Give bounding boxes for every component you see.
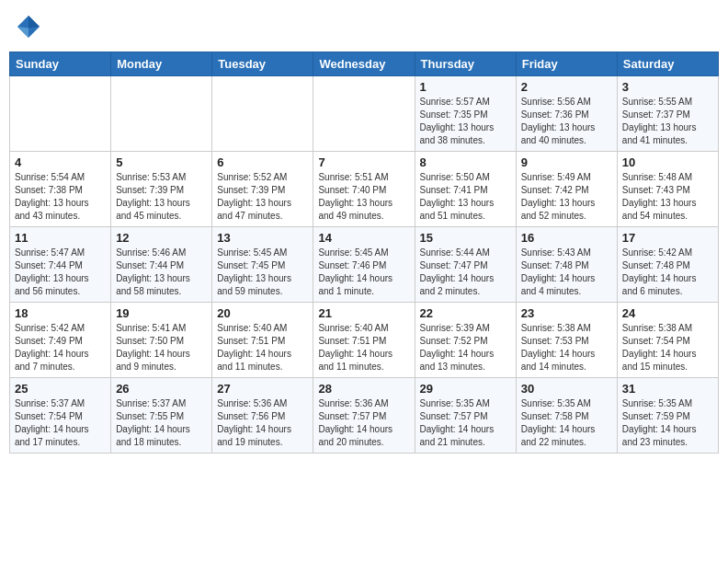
svg-marker-1 <box>28 16 40 29</box>
day-info: Sunrise: 5:50 AM Sunset: 7:41 PM Dayligh… <box>420 171 511 223</box>
day-info: Sunrise: 5:40 AM Sunset: 7:51 PM Dayligh… <box>318 322 409 373</box>
day-number: 3 <box>622 80 713 94</box>
day-number: 12 <box>116 231 207 245</box>
calendar-cell: 25Sunrise: 5:37 AM Sunset: 7:54 PM Dayli… <box>10 378 111 454</box>
day-number: 11 <box>15 231 106 245</box>
calendar-cell <box>10 76 111 152</box>
calendar-cell <box>111 76 212 152</box>
day-number: 16 <box>521 231 612 245</box>
calendar-cell: 7Sunrise: 5:51 AM Sunset: 7:40 PM Daylig… <box>313 152 415 227</box>
day-info: Sunrise: 5:51 AM Sunset: 7:40 PM Dayligh… <box>318 171 409 223</box>
calendar-cell: 5Sunrise: 5:53 AM Sunset: 7:39 PM Daylig… <box>111 152 212 227</box>
weekday-header: Monday <box>111 52 212 76</box>
week-row: 4Sunrise: 5:54 AM Sunset: 7:38 PM Daylig… <box>10 152 719 227</box>
day-number: 20 <box>217 306 308 320</box>
day-info: Sunrise: 5:37 AM Sunset: 7:55 PM Dayligh… <box>116 397 207 449</box>
day-info: Sunrise: 5:42 AM Sunset: 7:48 PM Dayligh… <box>622 247 713 298</box>
day-number: 19 <box>116 306 207 320</box>
calendar-cell: 26Sunrise: 5:37 AM Sunset: 7:55 PM Dayli… <box>111 378 212 454</box>
day-number: 1 <box>420 80 511 94</box>
day-info: Sunrise: 5:45 AM Sunset: 7:45 PM Dayligh… <box>217 247 308 298</box>
calendar-cell: 30Sunrise: 5:35 AM Sunset: 7:58 PM Dayli… <box>516 378 617 454</box>
weekday-header: Wednesday <box>313 52 415 76</box>
day-number: 4 <box>15 155 106 169</box>
day-info: Sunrise: 5:37 AM Sunset: 7:54 PM Dayligh… <box>15 397 106 449</box>
day-info: Sunrise: 5:38 AM Sunset: 7:53 PM Dayligh… <box>521 322 612 373</box>
day-number: 21 <box>318 306 409 320</box>
calendar-cell: 27Sunrise: 5:36 AM Sunset: 7:56 PM Dayli… <box>212 378 313 454</box>
week-row: 18Sunrise: 5:42 AM Sunset: 7:49 PM Dayli… <box>10 303 719 378</box>
day-info: Sunrise: 5:47 AM Sunset: 7:44 PM Dayligh… <box>15 247 106 298</box>
day-info: Sunrise: 5:54 AM Sunset: 7:38 PM Dayligh… <box>15 171 106 223</box>
calendar-cell: 9Sunrise: 5:49 AM Sunset: 7:42 PM Daylig… <box>516 152 617 227</box>
calendar-cell: 2Sunrise: 5:56 AM Sunset: 7:36 PM Daylig… <box>516 76 617 152</box>
day-info: Sunrise: 5:40 AM Sunset: 7:51 PM Dayligh… <box>217 322 308 373</box>
day-number: 14 <box>318 231 409 245</box>
calendar-cell: 4Sunrise: 5:54 AM Sunset: 7:38 PM Daylig… <box>10 152 111 227</box>
week-row: 25Sunrise: 5:37 AM Sunset: 7:54 PM Dayli… <box>10 378 719 454</box>
day-info: Sunrise: 5:39 AM Sunset: 7:52 PM Dayligh… <box>420 322 511 373</box>
day-number: 9 <box>521 155 612 169</box>
calendar-table: SundayMondayTuesdayWednesdayThursdayFrid… <box>9 52 719 454</box>
day-info: Sunrise: 5:52 AM Sunset: 7:39 PM Dayligh… <box>217 171 308 223</box>
weekday-header: Sunday <box>10 52 111 76</box>
day-number: 17 <box>622 231 713 245</box>
day-info: Sunrise: 5:57 AM Sunset: 7:35 PM Dayligh… <box>420 96 511 147</box>
day-info: Sunrise: 5:45 AM Sunset: 7:46 PM Dayligh… <box>318 247 409 298</box>
day-number: 24 <box>622 306 713 320</box>
day-number: 26 <box>116 382 207 396</box>
weekday-header: Saturday <box>617 52 718 76</box>
day-info: Sunrise: 5:46 AM Sunset: 7:44 PM Dayligh… <box>116 247 207 298</box>
day-info: Sunrise: 5:44 AM Sunset: 7:47 PM Dayligh… <box>420 247 511 298</box>
calendar-cell: 14Sunrise: 5:45 AM Sunset: 7:46 PM Dayli… <box>313 227 415 303</box>
calendar-cell: 21Sunrise: 5:40 AM Sunset: 7:51 PM Dayli… <box>313 303 415 378</box>
calendar-cell: 23Sunrise: 5:38 AM Sunset: 7:53 PM Dayli… <box>516 303 617 378</box>
weekday-header: Friday <box>516 52 617 76</box>
calendar-cell: 8Sunrise: 5:50 AM Sunset: 7:41 PM Daylig… <box>415 152 516 227</box>
day-info: Sunrise: 5:56 AM Sunset: 7:36 PM Dayligh… <box>521 96 612 147</box>
day-number: 8 <box>420 155 511 169</box>
day-number: 6 <box>217 155 308 169</box>
day-number: 2 <box>521 80 612 94</box>
weekday-header: Thursday <box>415 52 516 76</box>
week-row: 11Sunrise: 5:47 AM Sunset: 7:44 PM Dayli… <box>10 227 719 303</box>
day-number: 18 <box>15 306 106 320</box>
day-number: 30 <box>521 382 612 396</box>
week-row: 1Sunrise: 5:57 AM Sunset: 7:35 PM Daylig… <box>10 76 719 152</box>
calendar-cell: 29Sunrise: 5:35 AM Sunset: 7:57 PM Dayli… <box>415 378 516 454</box>
day-info: Sunrise: 5:35 AM Sunset: 7:57 PM Dayligh… <box>420 397 511 449</box>
calendar-cell: 28Sunrise: 5:36 AM Sunset: 7:57 PM Dayli… <box>313 378 415 454</box>
weekday-header-row: SundayMondayTuesdayWednesdayThursdayFrid… <box>10 52 719 76</box>
logo <box>15 13 46 40</box>
calendar-cell: 22Sunrise: 5:39 AM Sunset: 7:52 PM Dayli… <box>415 303 516 378</box>
calendar-cell: 10Sunrise: 5:48 AM Sunset: 7:43 PM Dayli… <box>617 152 718 227</box>
calendar-cell: 24Sunrise: 5:38 AM Sunset: 7:54 PM Dayli… <box>617 303 718 378</box>
logo-icon <box>15 13 42 40</box>
day-number: 13 <box>217 231 308 245</box>
day-info: Sunrise: 5:48 AM Sunset: 7:43 PM Dayligh… <box>622 171 713 223</box>
calendar-cell: 19Sunrise: 5:41 AM Sunset: 7:50 PM Dayli… <box>111 303 212 378</box>
day-info: Sunrise: 5:36 AM Sunset: 7:57 PM Dayligh… <box>318 397 409 449</box>
day-info: Sunrise: 5:35 AM Sunset: 7:58 PM Dayligh… <box>521 397 612 449</box>
svg-marker-2 <box>17 27 28 38</box>
calendar-cell: 18Sunrise: 5:42 AM Sunset: 7:49 PM Dayli… <box>10 303 111 378</box>
day-number: 15 <box>420 231 511 245</box>
calendar-cell: 31Sunrise: 5:35 AM Sunset: 7:59 PM Dayli… <box>617 378 718 454</box>
day-info: Sunrise: 5:53 AM Sunset: 7:39 PM Dayligh… <box>116 171 207 223</box>
day-number: 31 <box>622 382 713 396</box>
calendar-cell: 17Sunrise: 5:42 AM Sunset: 7:48 PM Dayli… <box>617 227 718 303</box>
day-info: Sunrise: 5:36 AM Sunset: 7:56 PM Dayligh… <box>217 397 308 449</box>
day-number: 22 <box>420 306 511 320</box>
calendar-cell: 6Sunrise: 5:52 AM Sunset: 7:39 PM Daylig… <box>212 152 313 227</box>
calendar-cell: 12Sunrise: 5:46 AM Sunset: 7:44 PM Dayli… <box>111 227 212 303</box>
calendar-cell: 16Sunrise: 5:43 AM Sunset: 7:48 PM Dayli… <box>516 227 617 303</box>
day-info: Sunrise: 5:35 AM Sunset: 7:59 PM Dayligh… <box>622 397 713 449</box>
calendar-cell: 20Sunrise: 5:40 AM Sunset: 7:51 PM Dayli… <box>212 303 313 378</box>
day-info: Sunrise: 5:49 AM Sunset: 7:42 PM Dayligh… <box>521 171 612 223</box>
calendar-cell <box>313 76 415 152</box>
day-number: 27 <box>217 382 308 396</box>
calendar-cell <box>212 76 313 152</box>
calendar-cell: 13Sunrise: 5:45 AM Sunset: 7:45 PM Dayli… <box>212 227 313 303</box>
calendar-cell: 1Sunrise: 5:57 AM Sunset: 7:35 PM Daylig… <box>415 76 516 152</box>
day-info: Sunrise: 5:55 AM Sunset: 7:37 PM Dayligh… <box>622 96 713 147</box>
